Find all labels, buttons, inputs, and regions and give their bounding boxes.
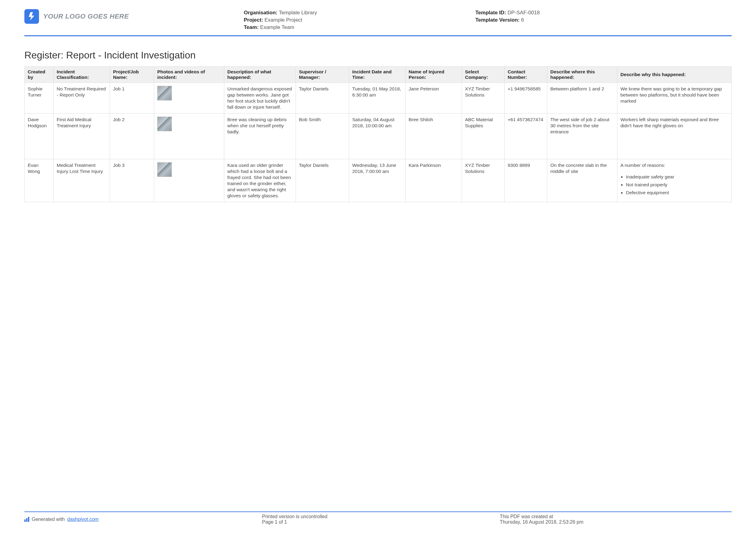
col-description: Description of what happened: — [224, 67, 296, 83]
footer-middle: Printed version is uncontrolled Page 1 o… — [262, 514, 500, 525]
cell-created-by: Evan Wong — [25, 159, 54, 202]
cell-datetime: Tuesday, 01 May 2018, 6:30:00 am — [349, 83, 406, 114]
list-item: Defective equipment — [626, 190, 728, 196]
cell-description: Bree was cleaning up debris when she cut… — [224, 114, 296, 159]
cell-why: Workers left sharp materials exposed and… — [617, 114, 732, 159]
team-label: Team: — [244, 24, 259, 30]
col-created-by: Created by — [25, 67, 54, 83]
col-supervisor: Supervisor / Manager: — [296, 67, 349, 83]
template-id-label: Template ID: — [475, 10, 506, 15]
cell-job: Job 1 — [110, 83, 154, 114]
footer-right: This PDF was created at Thursday, 16 Aug… — [500, 514, 732, 525]
col-classification: Incident Classification: — [54, 67, 110, 83]
register-table: Created by Incident Classification: Proj… — [24, 66, 732, 202]
cell-classification: First Aid Medical Treatment Injury — [54, 114, 110, 159]
document-footer: Generated with dashpivot.com Printed ver… — [24, 512, 732, 525]
generated-with-label: Generated with — [32, 517, 65, 522]
cell-classification: Medical Treatment Injury Lost Time Injur… — [54, 159, 110, 202]
cell-company: ABC Material Supplies — [462, 114, 505, 159]
team-value: Example Team — [260, 24, 294, 30]
col-contact: Contact Number: — [505, 67, 547, 83]
cell-photos — [154, 114, 224, 159]
cell-classification: No Treatment Required - Report Only — [54, 83, 110, 114]
col-where: Describe where this happened: — [547, 67, 617, 83]
list-item: Not trained properly — [626, 182, 728, 188]
col-photos: Photos and videos of incident: — [154, 67, 224, 83]
cell-contact: 9300 8899 — [505, 159, 547, 202]
why-reasons-list: Inadequate safety gear Not trained prope… — [626, 174, 728, 196]
template-version-label: Template Version: — [475, 17, 520, 23]
cell-datetime: Wednesday, 13 June 2018, 7:00:00 am — [349, 159, 406, 202]
cell-photos — [154, 159, 224, 202]
col-company: Select Company: — [462, 67, 505, 83]
logo-icon — [24, 9, 39, 24]
page-number: Page 1 of 1 — [262, 520, 500, 525]
org-value: Template Library — [279, 10, 317, 15]
cell-photos — [154, 83, 224, 114]
template-version-value: 6 — [521, 17, 524, 23]
photo-thumbnail-icon — [157, 86, 172, 100]
header-meta-left: Organisation: Template Library Project: … — [244, 9, 475, 31]
cell-where: The west side of job 2 about 30 metres f… — [547, 114, 617, 159]
cell-created-by: Dave Hodgson — [25, 114, 54, 159]
header-meta-right: Template ID: DP-SAF-0018 Template Versio… — [475, 9, 732, 24]
project-label: Project: — [244, 17, 263, 23]
uncontrolled-notice: Printed version is uncontrolled — [262, 514, 500, 520]
col-job-name: Project/Job Name: — [110, 67, 154, 83]
why-text: We knew there was going to be a temporar… — [620, 86, 722, 104]
table-row: Evan Wong Medical Treatment Injury Lost … — [25, 159, 732, 202]
document-header: YOUR LOGO GOES HERE Organisation: Templa… — [24, 6, 732, 36]
table-row: Sophie Turner No Treatment Required - Re… — [25, 83, 732, 114]
cell-datetime: Saturday, 04 August 2018, 10:00:00 am — [349, 114, 406, 159]
cell-contact: +1 9496758585 — [505, 83, 547, 114]
cell-supervisor: Taylor Daniels — [296, 83, 349, 114]
logo-placeholder-text: YOUR LOGO GOES HERE — [43, 13, 129, 20]
footer-left: Generated with dashpivot.com — [24, 514, 262, 525]
created-at-value: Thursday, 16 August 2018, 2:53:26 pm — [500, 520, 732, 525]
table-header-row: Created by Incident Classification: Proj… — [25, 67, 732, 83]
cell-description: Unmarked dangerous exposed gap between w… — [224, 83, 296, 114]
cell-job: Job 3 — [110, 159, 154, 202]
cell-supervisor: Taylor Daniels — [296, 159, 349, 202]
cell-created-by: Sophie Turner — [25, 83, 54, 114]
why-text: Workers left sharp materials exposed and… — [620, 117, 719, 128]
cell-supervisor: Bob Smith — [296, 114, 349, 159]
cell-injured: Jane Peterson — [406, 83, 462, 114]
list-item: Inadequate safety gear — [626, 174, 728, 180]
template-id-value: DP-SAF-0018 — [508, 10, 540, 15]
created-at-label: This PDF was created at — [500, 514, 732, 520]
cell-where: Between platform 1 and 2 — [547, 83, 617, 114]
cell-contact: +61 4573627474 — [505, 114, 547, 159]
page-title: Register: Report - Incident Investigatio… — [24, 50, 732, 61]
logo-block: YOUR LOGO GOES HERE — [24, 9, 244, 24]
col-injured: Name of Injured Person: — [406, 67, 462, 83]
cell-injured: Bree Shiloh — [406, 114, 462, 159]
photo-thumbnail-icon — [157, 162, 172, 177]
dashpivot-icon — [24, 517, 29, 522]
cell-injured: Kara Parkinson — [406, 159, 462, 202]
why-text: A number of reasons: — [620, 163, 665, 168]
cell-why: We knew there was going to be a temporar… — [617, 83, 732, 114]
org-label: Organisation: — [244, 10, 278, 15]
photo-thumbnail-icon — [157, 116, 172, 131]
project-value: Example Project — [264, 17, 302, 23]
cell-why: A number of reasons: Inadequate safety g… — [617, 159, 732, 202]
cell-company: XYZ Timber Solutions — [462, 159, 505, 202]
cell-company: XYZ Timber Solutions — [462, 83, 505, 114]
col-why: Describe why this happened: — [617, 67, 732, 83]
cell-job: Job 2 — [110, 114, 154, 159]
cell-where: On the concrete slab in the middle of si… — [547, 159, 617, 202]
table-row: Dave Hodgson First Aid Medical Treatment… — [25, 114, 732, 159]
col-datetime: Incident Date and Time: — [349, 67, 406, 83]
cell-description: Kara used an older grinder which had a l… — [224, 159, 296, 202]
dashpivot-link[interactable]: dashpivot.com — [68, 517, 99, 522]
